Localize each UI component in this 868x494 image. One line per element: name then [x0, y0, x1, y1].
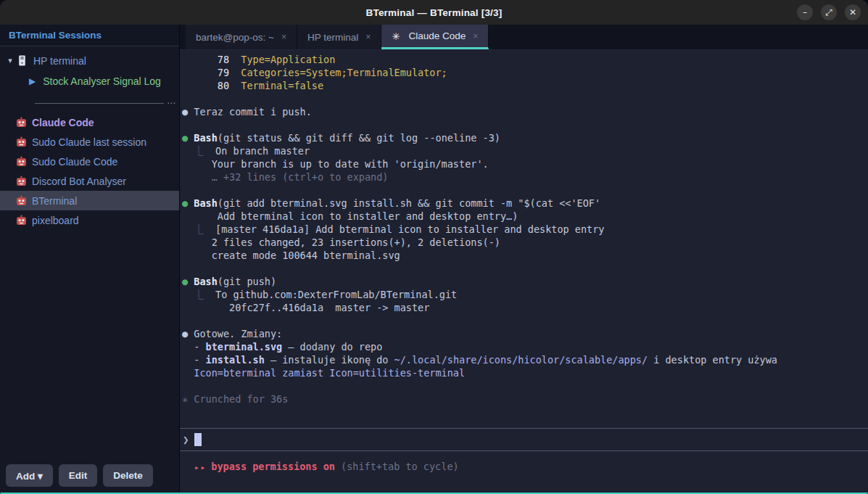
- terminal-line: ✳ Crunched for 36s: [182, 392, 868, 406]
- sessions-sidebar: BTerminal Sessions ▾ HP terminal ▶ Stock…: [0, 25, 180, 493]
- terminal-segment: — instaluje ikonę do: [265, 354, 394, 366]
- prompt-chevron-icon: ❯: [183, 434, 189, 445]
- terminal-line: 20fc27f..416da1a master -> master: [182, 301, 868, 314]
- terminal-line: - install.sh — instaluje ikonę do ~/.loc…: [182, 353, 868, 366]
- terminal-segment: ● Gotowe. Zmiany:: [182, 328, 282, 339]
- terminal-line: create mode 100644 bterminal.svg: [182, 249, 868, 262]
- minimize-icon[interactable]: –: [797, 4, 813, 20]
- terminal-line: ⎿ On branch master: [182, 144, 868, 157]
- tree-item-label: HP terminal: [33, 55, 86, 67]
- window-title: BTerminal — BTerminal [3/3]: [0, 7, 868, 18]
- tree-divider: ⋯: [35, 98, 176, 108]
- terminal-line: [182, 184, 868, 197]
- delete-button[interactable]: Delete: [103, 464, 153, 487]
- terminal-segment: Your branch is up to date with 'origin/m…: [182, 158, 489, 170]
- terminal-segment: On branch master: [215, 145, 310, 157]
- add-button[interactable]: Add ▾: [6, 464, 53, 487]
- tab-hp-terminal[interactable]: HP terminal×: [297, 25, 381, 49]
- tree-item-stock-analyser[interactable]: ▶ Stock Analyser Signal Log: [0, 70, 179, 92]
- terminal-segment: 20fc27f..416da1a master -> master: [182, 302, 429, 313]
- sidebar-session-item[interactable]: Sudo Claude last session: [0, 132, 179, 152]
- terminal-line: ● Teraz commit i push.: [182, 105, 868, 118]
- terminal-line: Your branch is up to date with 'origin/m…: [182, 157, 868, 170]
- robot-icon: [16, 136, 27, 147]
- robot-icon: [16, 176, 27, 186]
- terminal-segment: i desktop entry używa: [648, 354, 777, 366]
- terminal-line: … +32 lines (ctrl+o to expand): [182, 170, 868, 184]
- terminal-line: 2 files changed, 23 insertions(+), 2 del…: [182, 236, 868, 249]
- terminal-segment: Bash: [194, 197, 218, 209]
- terminal-segment: Add bterminal icon to installer and desk…: [182, 210, 518, 222]
- sidebar-session-item[interactable]: Sudo Claude Code: [0, 152, 179, 171]
- session-tree: ▾ HP terminal ▶ Stock Analyser Signal Lo…: [0, 46, 179, 230]
- terminal-line: 79 Categories=System;TerminalEmulator;: [182, 66, 868, 79]
- maximize-icon[interactable]: ⤢: [821, 4, 837, 20]
- terminal-segment: ⎿: [182, 223, 215, 235]
- terminal-segment: Terminal=false: [241, 80, 323, 91]
- terminal-line: Add bterminal icon to installer and desk…: [182, 210, 868, 223]
- terminal-segment: ●: [182, 132, 194, 144]
- terminal-line: [182, 262, 868, 275]
- main-area: bartek@pop-os: ~×HP terminal×✳Claude Cod…: [180, 25, 868, 493]
- terminal-segment: ⎿: [182, 145, 215, 157]
- permission-mode-hint: (shift+tab to cycle): [341, 461, 459, 472]
- terminal-segment: 79: [182, 67, 241, 78]
- chevron-down-icon[interactable]: ▾: [4, 56, 16, 65]
- sidebar-session-item[interactable]: BTerminal: [0, 191, 179, 210]
- robot-icon: [16, 117, 27, 128]
- session-label: BTerminal: [32, 195, 77, 207]
- tree-item-hp-terminal[interactable]: ▾ HP terminal: [0, 51, 179, 70]
- terminal-segment: ⎿: [182, 289, 215, 300]
- terminal-segment: ✳ Crunched for 36s: [182, 393, 288, 405]
- sidebar-session-item[interactable]: Claude Code: [0, 112, 179, 132]
- prompt-input[interactable]: ❯: [180, 428, 868, 451]
- app-window: BTerminal — BTerminal [3/3] – ⤢ ✕ BTermi…: [0, 0, 868, 494]
- terminal-line: [182, 92, 868, 105]
- terminal-segment: ●: [182, 276, 194, 287]
- close-tab-icon[interactable]: ×: [281, 32, 286, 42]
- terminal-line: ⎿ To github.com:DexterFromLab/BTerminal.…: [182, 288, 868, 301]
- terminal-segment: install.sh: [206, 354, 265, 366]
- close-icon[interactable]: ✕: [845, 4, 861, 20]
- window-content: BTerminal Sessions ▾ HP terminal ▶ Stock…: [0, 25, 868, 493]
- terminal-segment: 80: [182, 80, 241, 91]
- terminal-segment: ● Teraz commit i push.: [182, 106, 312, 118]
- terminal-segment: 78: [182, 54, 241, 65]
- play-icon: ▶: [29, 76, 36, 86]
- session-label: Sudo Claude last session: [32, 136, 146, 148]
- tab-label: HP terminal: [307, 32, 358, 43]
- terminal-line: ● Bash(git push): [182, 275, 868, 288]
- session-list: Claude CodeSudo Claude last sessionSudo …: [0, 112, 179, 230]
- activity-indicator-icon: ✳: [392, 30, 400, 42]
- terminal-segment: — dodany do repo: [282, 341, 382, 353]
- sidebar-session-item[interactable]: Discord Bot Analyser: [0, 171, 179, 191]
- terminal-line: 80 Terminal=false: [182, 79, 868, 92]
- session-label: Discord Bot Analyser: [32, 176, 126, 187]
- terminal-segment: -: [182, 341, 206, 353]
- session-label: pixelboard: [32, 215, 79, 226]
- ellipsis-icon: ⋯: [167, 98, 176, 108]
- sidebar-session-item[interactable]: pixelboard: [0, 210, 179, 230]
- sidebar-spacer: [0, 230, 179, 458]
- terminal-line: ● Bash(git status && git diff && git log…: [182, 131, 868, 144]
- divider-line: [35, 103, 164, 104]
- session-label: Claude Code: [32, 117, 94, 128]
- computer-icon: [17, 55, 28, 66]
- sidebar-buttons: Add ▾ Edit Delete: [0, 458, 179, 493]
- window-controls: – ⤢ ✕: [797, 4, 861, 20]
- robot-icon: [16, 195, 27, 206]
- terminal-output[interactable]: 78 Type=Application 79 Categories=System…: [180, 50, 868, 428]
- close-tab-icon[interactable]: ×: [365, 32, 371, 42]
- tab-bar: bartek@pop-os: ~×HP terminal×✳Claude Cod…: [180, 25, 868, 50]
- terminal-segment: create mode 100644 bterminal.svg: [182, 250, 400, 261]
- tab-label: bartek@pop-os: ~: [196, 32, 274, 43]
- terminal-line: Icon=bterminal zamiast Icon=utilities-te…: [182, 366, 868, 379]
- close-tab-icon[interactable]: ×: [473, 31, 478, 41]
- tab-bartek-pop-os-[interactable]: bartek@pop-os: ~×: [186, 25, 297, 49]
- tab-claude-code[interactable]: ✳Claude Code×: [381, 25, 489, 49]
- terminal-line: [182, 118, 868, 131]
- terminal-segment: (git status && git diff && git log --one…: [218, 132, 500, 144]
- terminal-segment: (git push): [218, 276, 276, 287]
- permission-mode-label: bypass permissions on: [211, 461, 335, 472]
- edit-button[interactable]: Edit: [59, 464, 98, 487]
